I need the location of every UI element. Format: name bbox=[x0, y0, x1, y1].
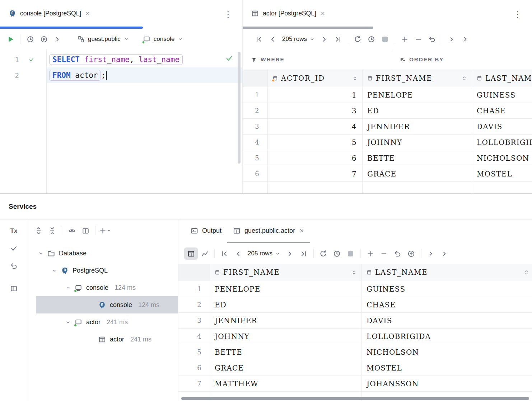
cell-first-name[interactable]: JOHNNY bbox=[210, 329, 362, 344]
cell-first-name[interactable]: PENELOPE bbox=[210, 281, 362, 297]
previous-page-icon[interactable] bbox=[266, 33, 279, 45]
last-page-icon[interactable] bbox=[297, 247, 311, 260]
horizontal-scrollbar[interactable] bbox=[181, 397, 529, 400]
close-icon[interactable] bbox=[320, 11, 326, 16]
close-icon[interactable] bbox=[85, 11, 90, 16]
sort-arrows-icon[interactable] bbox=[351, 270, 357, 275]
tree-node-console-result[interactable]: console 124 ms bbox=[36, 296, 178, 313]
open-in-split-icon[interactable] bbox=[79, 225, 92, 237]
table-row[interactable]: 6 7 GRACE MOSTEL bbox=[243, 166, 532, 182]
submit-icon[interactable] bbox=[405, 247, 418, 260]
delete-row-icon[interactable] bbox=[412, 33, 425, 45]
layout-icon[interactable] bbox=[10, 285, 18, 292]
table-row[interactable]: 1 1 PENELOPE GUINESS bbox=[243, 87, 532, 103]
table-row[interactable]: 4 5 JOHNNY LOLLOBRIGIDA bbox=[243, 135, 532, 150]
cell-first-name[interactable]: JENNIFER bbox=[363, 119, 472, 135]
session-selector[interactable]: console bbox=[139, 33, 187, 46]
tree-node-database[interactable]: Database bbox=[28, 245, 178, 262]
preview-icon[interactable] bbox=[65, 225, 79, 237]
add-service-icon[interactable] bbox=[98, 225, 112, 237]
cell-first-name[interactable]: JOHNNY bbox=[363, 135, 472, 150]
chevron-down-icon[interactable] bbox=[38, 251, 43, 256]
more-toolbar-icon[interactable] bbox=[438, 247, 452, 260]
sort-arrows-icon[interactable] bbox=[524, 270, 529, 275]
close-icon[interactable] bbox=[299, 228, 304, 233]
first-page-icon[interactable] bbox=[218, 247, 231, 260]
cell-first-name[interactable]: GRACE bbox=[210, 360, 362, 376]
table-row[interactable]: 5 6 BETTE NICHOLSON bbox=[243, 150, 532, 166]
cell-actor-id[interactable]: 6 bbox=[268, 150, 363, 166]
tab-actor[interactable]: actor [PostgreSQL] bbox=[243, 0, 331, 29]
cell-last-name[interactable]: NICHOLSON bbox=[472, 150, 532, 166]
table-row[interactable]: 2 3 ED CHASE bbox=[243, 103, 532, 119]
auto-refresh-icon[interactable] bbox=[365, 33, 378, 45]
cell-last-name[interactable]: MOSTEL bbox=[472, 166, 532, 182]
cell-first-name[interactable]: ED bbox=[363, 103, 472, 119]
chevron-down-icon[interactable] bbox=[52, 268, 57, 273]
table-row[interactable]: 3 4 JENNIFER DAVIS bbox=[243, 119, 532, 135]
table-row[interactable]: 2 ED CHASE bbox=[178, 297, 532, 313]
refresh-icon[interactable] bbox=[351, 33, 365, 45]
column-header-last-name[interactable]: LAST_NAME bbox=[362, 264, 532, 281]
chevron-down-icon[interactable] bbox=[65, 285, 71, 291]
page-size-selector[interactable]: 205 rows bbox=[245, 250, 283, 257]
revert-icon[interactable] bbox=[425, 33, 439, 45]
next-page-icon[interactable] bbox=[318, 33, 331, 45]
tab-console[interactable]: console [PostgreSQL] bbox=[0, 0, 95, 29]
cell-first-name[interactable]: PENELOPE bbox=[363, 87, 472, 103]
parameters-icon[interactable] bbox=[37, 33, 51, 45]
jump-to-icon[interactable] bbox=[51, 33, 64, 45]
table-row[interactable]: 5 BETTE NICHOLSON bbox=[178, 344, 532, 360]
cell-last-name[interactable]: DAVIS bbox=[472, 119, 532, 135]
cell-last-name[interactable]: LOLLOBRIGIDA bbox=[472, 135, 532, 150]
cell-first-name[interactable]: GRACE bbox=[363, 166, 472, 182]
table-row[interactable]: 3 JENNIFER DAVIS bbox=[178, 313, 532, 329]
refresh-icon[interactable] bbox=[317, 247, 330, 260]
column-header-actor-id[interactable]: ACTOR_ID bbox=[268, 70, 363, 87]
cell-last-name[interactable]: LOLLOBRIGIDA bbox=[362, 329, 532, 344]
tree-node-actor-session[interactable]: actor 241 ms bbox=[28, 313, 178, 331]
cell-actor-id[interactable]: 1 bbox=[268, 87, 363, 103]
cell-first-name[interactable]: BETTE bbox=[210, 344, 362, 360]
table-row[interactable]: 7 MATTHEW JOHANSSON bbox=[178, 376, 532, 392]
kebab-menu-icon[interactable]: ⋮ bbox=[511, 9, 525, 20]
cell-last-name[interactable]: DAVIS bbox=[362, 313, 532, 329]
code-line-1[interactable]: SELECT first_name, last_name bbox=[47, 52, 242, 67]
cell-last-name[interactable]: GUINESS bbox=[472, 87, 532, 103]
schema-selector[interactable]: guest.public bbox=[74, 33, 133, 46]
run-button[interactable] bbox=[4, 33, 17, 45]
sort-arrows-icon[interactable] bbox=[352, 76, 358, 81]
cell-actor-id[interactable]: 3 bbox=[268, 103, 363, 119]
cell-actor-id[interactable]: 5 bbox=[268, 135, 363, 150]
cell-last-name[interactable]: MOSTEL bbox=[362, 360, 532, 376]
auto-refresh-icon[interactable] bbox=[330, 247, 344, 260]
cell-last-name[interactable]: JOHANSSON bbox=[362, 376, 532, 392]
stop-icon[interactable] bbox=[344, 247, 358, 260]
first-page-icon[interactable] bbox=[252, 33, 266, 45]
cell-actor-id[interactable]: 4 bbox=[268, 119, 363, 135]
tree-node-postgresql[interactable]: PostgreSQL bbox=[28, 262, 178, 279]
cell-last-name[interactable]: CHASE bbox=[362, 297, 532, 313]
column-header-first-name[interactable]: FIRST_NAME bbox=[210, 264, 362, 281]
cell-last-name[interactable]: GUINESS bbox=[362, 281, 532, 297]
revert-icon[interactable] bbox=[391, 247, 405, 260]
cell-actor-id[interactable]: 7 bbox=[268, 166, 363, 182]
delete-row-icon[interactable] bbox=[377, 247, 391, 260]
tree-node-console-session[interactable]: console 124 ms bbox=[28, 279, 178, 296]
table-row[interactable]: 4 JOHNNY LOLLOBRIGIDA bbox=[178, 329, 532, 344]
more-toolbar-icon[interactable] bbox=[459, 33, 472, 45]
order-by-filter[interactable]: ORDER BY bbox=[391, 49, 452, 70]
tab-result-grid[interactable]: guest.public.actor bbox=[227, 220, 310, 243]
commit-icon[interactable] bbox=[10, 245, 18, 252]
table-view-icon[interactable] bbox=[184, 247, 198, 260]
sql-editor[interactable]: 1 2 SELECT first_name, last_name FROM ac… bbox=[0, 49, 242, 193]
more-toolbar-icon[interactable] bbox=[424, 247, 438, 260]
add-row-icon[interactable] bbox=[398, 33, 412, 45]
table-row[interactable]: 1 PENELOPE GUINESS bbox=[178, 281, 532, 297]
expand-all-icon[interactable] bbox=[32, 225, 45, 237]
previous-page-icon[interactable] bbox=[231, 247, 245, 260]
transaction-mode-button[interactable]: Tx bbox=[10, 227, 18, 235]
cell-last-name[interactable]: CHASE bbox=[472, 103, 532, 119]
cell-first-name[interactable]: JENNIFER bbox=[210, 313, 362, 329]
vertical-scrollbar[interactable] bbox=[238, 52, 241, 164]
